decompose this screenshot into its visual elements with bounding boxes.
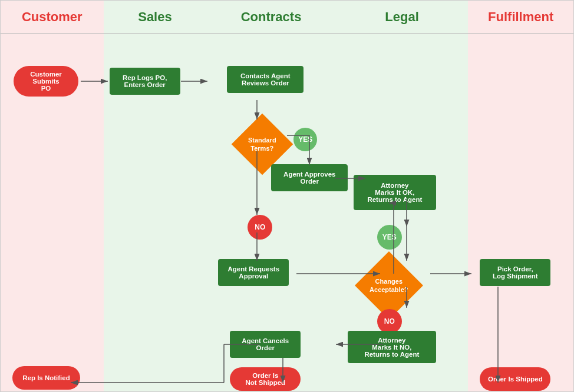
lane-legal: Legal Attorney Marks It OK, Returns to A… xyxy=(336,1,469,391)
no-circle-2: NO xyxy=(377,309,402,334)
agent-cancels: Agent Cancels Order xyxy=(230,331,301,358)
legal-body: Attorney Marks It OK, Returns to Agent Y… xyxy=(336,33,469,391)
lane-sales: Sales Rep Logs PO, Enters Order xyxy=(104,1,207,391)
contracts-header: Contracts xyxy=(206,1,336,33)
no-circle-1: NO xyxy=(248,215,272,240)
pick-order: Pick Order, Log Shipment xyxy=(480,259,550,286)
flowchart: Customer Customer Submits PO Rep Is Noti… xyxy=(0,0,574,392)
agent-requests-approval: Agent Requests Approval xyxy=(218,259,289,286)
attorney-marks-ok: Attorney Marks It OK, Returns to Agent xyxy=(354,175,436,210)
yes-circle-1: YES xyxy=(293,128,317,151)
attorney-marks-no: Attorney Marks It NO, Returns to Agent xyxy=(348,331,436,363)
sales-body: Rep Logs PO, Enters Order xyxy=(104,33,207,391)
fulfillment-body: Pick Order, Log Shipment Order Is Shippe… xyxy=(468,33,573,391)
order-not-shipped: Order Is Not Shipped xyxy=(230,367,301,391)
rep-is-notified: Rep Is Notified xyxy=(12,366,80,390)
order-is-shipped: Order Is Shipped xyxy=(480,367,550,391)
lane-customer: Customer Customer Submits PO Rep Is Noti… xyxy=(1,1,104,391)
fulfillment-header: Fulfillment xyxy=(468,1,573,33)
changes-acceptable-diamond: Changes Acceptable? xyxy=(362,259,415,312)
customer-body: Customer Submits PO Rep Is Notified xyxy=(1,33,104,391)
standard-terms-label: Standard Terms? xyxy=(240,136,284,153)
legal-header: Legal xyxy=(336,1,469,33)
changes-acceptable-label: Changes Acceptable? xyxy=(365,277,413,294)
standard-terms-diamond: Standard Terms? xyxy=(239,121,286,168)
sales-header: Sales xyxy=(104,1,207,33)
rep-logs-po: Rep Logs PO, Enters Order xyxy=(110,68,180,95)
customer-header: Customer xyxy=(1,1,104,33)
lane-fulfillment: Fulfillment Pick Order, Log Shipment Ord… xyxy=(468,1,573,391)
contracts-body: Contacts Agent Reviews Order Standard Te… xyxy=(206,33,336,391)
contacts-agent: Contacts Agent Reviews Order xyxy=(227,66,304,93)
lane-contracts: Contracts Contacts Agent Reviews Order S… xyxy=(206,1,336,391)
yes-circle-2: YES xyxy=(377,225,402,250)
customer-submits-po: Customer Submits PO xyxy=(14,66,78,97)
